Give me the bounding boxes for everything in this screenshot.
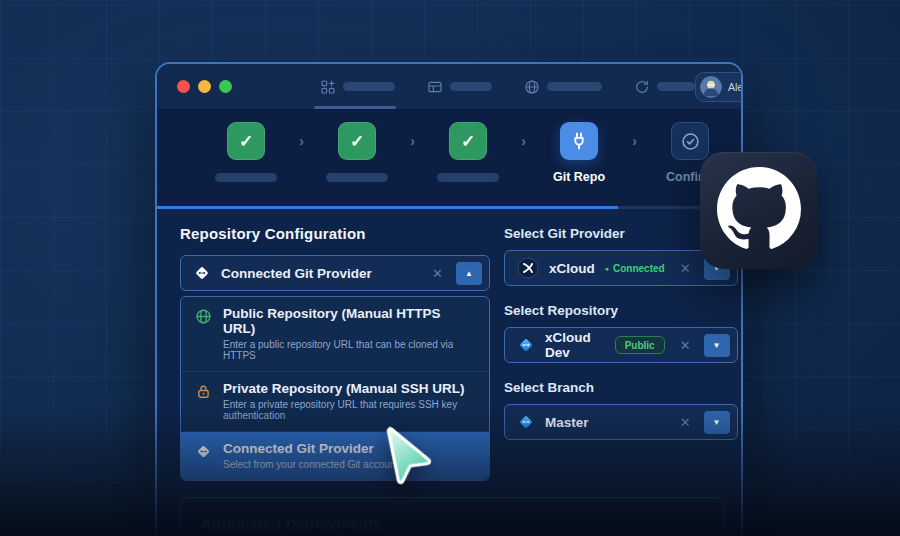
expand-dropdown-button[interactable]: ▼ <box>704 334 730 357</box>
github-icon <box>717 167 801 255</box>
clear-icon[interactable]: ✕ <box>677 338 694 353</box>
branch-field: Select Branch Master ✕ ▼ <box>504 380 738 440</box>
branch-diamond-icon <box>517 413 535 431</box>
user-menu[interactable]: Alex ▾ <box>695 72 743 102</box>
option-description: Enter a public repository URL that can b… <box>223 339 475 361</box>
step-completed-3[interactable]: ✓ <box>425 122 511 182</box>
expand-dropdown-button[interactable]: ▼ <box>704 411 730 434</box>
branch-select[interactable]: Master ✕ ▼ <box>504 404 738 440</box>
option-description: Enter a private repository URL that requ… <box>223 399 475 421</box>
globe-icon <box>195 306 212 329</box>
step-completed-1[interactable]: ✓ <box>203 122 289 182</box>
option-title: Public Repository (Manual HTTPS URL) <box>223 306 475 336</box>
status-dot-icon: ● <box>605 265 609 272</box>
field-label: Select Repository <box>504 303 738 318</box>
chevron-right-icon: › <box>622 122 647 160</box>
mouse-cursor-icon <box>375 424 439 494</box>
nav-item-dashboard[interactable] <box>320 64 395 109</box>
sync-icon <box>634 79 650 95</box>
plug-icon <box>560 122 598 160</box>
repo-diamond-icon <box>517 336 535 354</box>
select-value: Master <box>545 415 589 430</box>
git-diamond-icon <box>195 441 212 464</box>
close-window-button[interactable] <box>177 80 190 93</box>
github-card <box>700 152 817 269</box>
desktop-background: Alex ▾ ✓ › ✓ › ✓ › <box>0 0 900 536</box>
step-label-skeleton <box>215 173 277 182</box>
connected-badge: ● Connected <box>605 263 665 274</box>
select-value: Connected Git Provider <box>221 266 372 281</box>
nav-item-projects[interactable] <box>427 64 492 109</box>
option-public-repository[interactable]: Public Repository (Manual HTTPS URL) Ent… <box>181 297 489 372</box>
select-value: xCloud <box>549 261 595 276</box>
option-title: Private Repository (Manual SSH URL) <box>223 381 475 396</box>
automated-deployments-title: Automated Deployments <box>201 515 704 532</box>
check-icon: ✓ <box>227 122 265 160</box>
main-content: Repository Configuration Connected Git P… <box>157 209 741 536</box>
provider-mode-options: Public Repository (Manual HTTPS URL) Ent… <box>180 296 490 481</box>
chevron-right-icon: › <box>289 122 314 160</box>
top-navigation <box>320 64 695 109</box>
lock-icon <box>195 381 212 404</box>
maximize-window-button[interactable] <box>219 80 232 93</box>
step-git-repo[interactable]: Git Repo <box>536 122 622 184</box>
collapse-dropdown-button[interactable]: ▲ <box>456 262 482 285</box>
step-label-skeleton <box>326 173 388 182</box>
step-label: Git Repo <box>553 170 605 184</box>
chevron-up-icon: ▲ <box>465 269 473 278</box>
select-value: xCloud Dev <box>545 330 605 360</box>
check-icon: ✓ <box>338 122 376 160</box>
badge-label: Connected <box>613 263 665 274</box>
public-badge: Public <box>615 336 665 354</box>
window-titlebar: Alex ▾ <box>157 64 741 110</box>
nav-item-domains[interactable] <box>524 64 602 109</box>
projects-icon <box>427 79 443 95</box>
option-title: Connected Git Provider <box>223 441 403 456</box>
apps-icon <box>320 79 336 95</box>
nav-label-skeleton <box>657 82 695 91</box>
automated-deployments-section: Automated Deployments <box>180 497 725 536</box>
repository-select[interactable]: xCloud Dev Public ✕ ▼ <box>504 327 738 363</box>
clear-icon[interactable]: ✕ <box>677 261 694 276</box>
option-connected-git-provider[interactable]: Connected Git Provider Select from your … <box>181 432 489 480</box>
git-diamond-icon <box>193 264 211 282</box>
step-completed-2[interactable]: ✓ <box>314 122 400 182</box>
repository-field: Select Repository xCloud Dev Public ✕ ▼ <box>504 303 738 363</box>
avatar <box>700 76 722 98</box>
option-description: Select from your connected Git accounts <box>223 459 403 470</box>
nav-label-skeleton <box>343 82 395 91</box>
circle-check-icon <box>671 122 709 160</box>
user-name: Alex <box>728 81 743 93</box>
setup-stepper: ✓ › ✓ › ✓ › Git Repo <box>157 110 741 209</box>
repository-configuration-panel: Repository Configuration Connected Git P… <box>180 223 490 481</box>
window-controls <box>177 80 232 93</box>
git-selection-panel: Select Git Provider xCloud ● Connected ✕ <box>504 223 738 481</box>
minimize-window-button[interactable] <box>198 80 211 93</box>
panel-title: Repository Configuration <box>180 225 490 242</box>
nav-item-sync[interactable] <box>634 64 695 109</box>
clear-icon[interactable]: ✕ <box>677 415 694 430</box>
option-private-repository[interactable]: Private Repository (Manual SSH URL) Ente… <box>181 372 489 432</box>
chevron-right-icon: › <box>511 122 536 160</box>
stepper-progress-fill <box>157 206 618 209</box>
nav-label-skeleton <box>547 82 602 91</box>
globe-icon <box>524 79 540 95</box>
field-label: Select Branch <box>504 380 738 395</box>
step-label-skeleton <box>437 173 499 182</box>
xcloud-logo-icon <box>517 257 539 279</box>
provider-mode-select[interactable]: Connected Git Provider ✕ ▲ <box>180 255 490 291</box>
app-window: Alex ▾ ✓ › ✓ › ✓ › <box>155 62 743 536</box>
chevron-down-icon: ▼ <box>713 418 721 427</box>
stepper-progress-track <box>157 206 741 209</box>
chevron-down-icon: ▼ <box>713 341 721 350</box>
stepper-steps: ✓ › ✓ › ✓ › Git Repo <box>157 110 741 184</box>
nav-label-skeleton <box>450 82 492 91</box>
chevron-right-icon: › <box>400 122 425 160</box>
check-icon: ✓ <box>449 122 487 160</box>
clear-icon[interactable]: ✕ <box>429 266 446 281</box>
